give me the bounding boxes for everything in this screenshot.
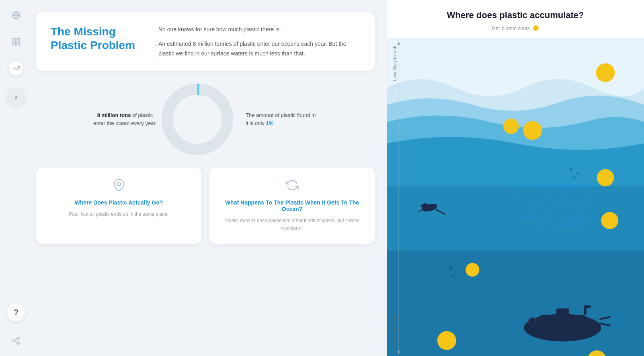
svg-point-41 (466, 263, 479, 276)
stat-percent: 1% (266, 120, 274, 126)
help-icon[interactable]: ? (7, 303, 25, 321)
svg-point-40 (601, 212, 618, 229)
svg-point-38 (523, 121, 542, 140)
hero-card: The Missing Plastic Problem No one knows… (36, 12, 375, 71)
hero-title: The Missing Plastic Problem (51, 25, 142, 58)
svg-rect-33 (584, 305, 591, 308)
svg-line-9 (15, 341, 17, 343)
stat-right-text: The amount of plastic found in it is onl… (246, 112, 316, 127)
main-content: The Missing Plastic Problem No one knows… (32, 0, 387, 356)
table-icon[interactable] (9, 35, 23, 49)
svg-point-42 (437, 331, 456, 350)
hero-desc-2: An estimated 8 million tonnes of plastic… (158, 39, 360, 59)
ocean-visualization: ▲ ▼ Less likely to sink More likely to s… (387, 38, 644, 356)
legend-dot (533, 25, 539, 31)
legend-row: Per plastic class (400, 25, 631, 31)
sidebar-bottom: ? (7, 303, 25, 348)
svg-point-19 (573, 176, 576, 179)
svg-point-20 (449, 266, 453, 270)
card-where-title: Where Does Plastic Actually Go? (75, 199, 163, 206)
svg-point-7 (13, 340, 15, 342)
card-what-title: What Happens To The Plastic When It Gets… (219, 199, 365, 212)
legend-label: Per plastic class (492, 25, 530, 31)
bottom-cards: Where Does Plastic Actually Go? Pss.. No… (36, 168, 375, 243)
navigate-forward-button[interactable]: › (7, 88, 25, 106)
share-icon[interactable] (9, 333, 23, 348)
svg-rect-2 (13, 39, 15, 41)
svg-point-8 (17, 342, 20, 345)
pin-icon (113, 179, 125, 194)
svg-line-10 (15, 339, 17, 340)
svg-rect-29 (556, 308, 569, 317)
donut-chart (157, 79, 238, 160)
right-panel-header: Where does plastic accumulate? Per plast… (387, 0, 644, 38)
y-label-bottom: More likely to sink (393, 312, 397, 348)
svg-rect-5 (17, 43, 19, 45)
hero-description: No one knows for sure how much plastic t… (158, 25, 360, 58)
y-axis-labels: Less likely to sink More likely to sink (390, 38, 400, 356)
right-panel: Where does plastic accumulate? Per plast… (387, 0, 644, 356)
svg-point-36 (596, 63, 615, 82)
svg-point-6 (17, 337, 20, 340)
stats-row: 8 million tons of plastic enter the ocea… (36, 79, 375, 160)
card-where-plastic[interactable]: Where Does Plastic Actually Go? Pss.. No… (36, 168, 201, 243)
recycle-icon (286, 179, 299, 194)
card-where-desc: Pss.. Not all plastic ends up in the sam… (69, 211, 168, 218)
svg-point-17 (569, 167, 573, 171)
svg-point-11 (167, 89, 228, 149)
svg-rect-4 (13, 43, 15, 45)
card-what-desc: Plastic doesn't decompose like other kin… (219, 217, 365, 232)
sidebar: › ? (0, 0, 32, 356)
svg-point-21 (455, 270, 458, 273)
y-label-top: Less likely to sink (393, 46, 397, 81)
svg-point-31 (530, 319, 535, 324)
svg-point-18 (576, 172, 578, 174)
right-panel-title: Where does plastic accumulate? (400, 10, 631, 21)
ocean-svg: It varies among polymer types. Water has… (387, 38, 644, 356)
globe-icon[interactable] (9, 8, 23, 23)
stat-million-tons: 8 million tons (97, 112, 131, 118)
svg-point-13 (117, 183, 121, 186)
svg-rect-3 (17, 39, 19, 41)
hero-desc-1: No one knows for sure how much plastic t… (158, 25, 360, 35)
stat-left: 8 million tons of plastic enter the ocea… (93, 111, 157, 128)
svg-point-37 (503, 119, 519, 134)
card-what-happens[interactable]: What Happens To The Plastic When It Gets… (209, 168, 375, 243)
svg-point-22 (452, 275, 454, 277)
trend-icon[interactable] (9, 61, 23, 76)
stat-right: The amount of plastic found in it is onl… (238, 111, 318, 128)
